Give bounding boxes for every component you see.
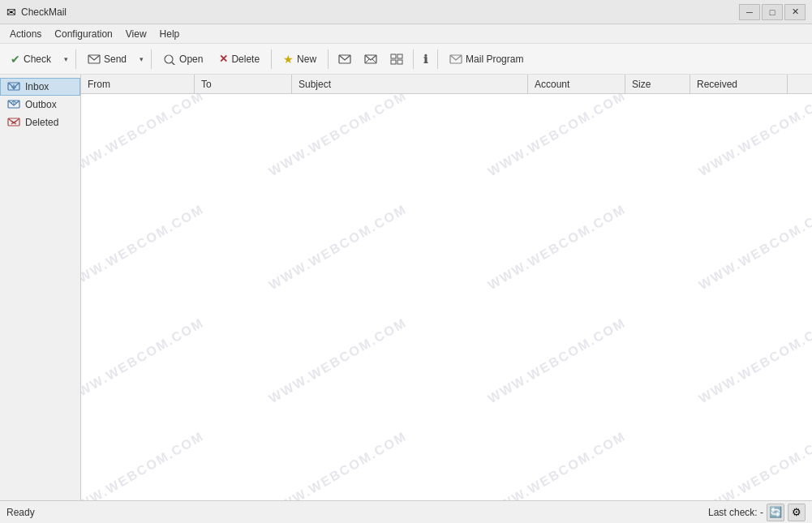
inbox-icon [7,81,20,92]
envelope-button-1[interactable] [333,47,357,71]
delete-icon: ✕ [219,53,228,65]
svg-rect-8 [397,54,402,58]
open-icon [163,54,176,65]
check-label: Check [24,54,51,65]
app-title: CheckMail [21,6,67,18]
send-label: Send [104,54,127,65]
svg-line-5 [365,59,369,63]
mail-program-label: Mail Program [466,54,523,65]
send-icon [88,54,101,65]
minimize-button[interactable]: ─ [739,4,760,20]
deleted-icon [7,117,20,128]
info-button[interactable]: ℹ [418,47,433,71]
inbox-label: Inbox [25,81,49,92]
grid-icon [390,54,403,65]
info-icon: ℹ [423,53,427,66]
svg-rect-9 [391,60,396,64]
svg-line-6 [372,59,376,63]
app-icon: ✉ [6,6,16,19]
refresh-button[interactable]: 🔄 [767,504,784,521]
svg-line-2 [172,62,175,65]
check-dropdown-button[interactable]: ▾ [60,47,71,71]
mail-program-icon [449,54,462,64]
mail-program-button[interactable]: Mail Program [442,47,531,71]
last-check-text: Last check: - [708,507,763,518]
svg-rect-10 [397,60,402,64]
watermark: WWW.WEBCOM.COMWWW.WEBCOM.COMWWW.WEBCOM.C… [81,94,812,500]
status-right: Last check: - 🔄 ⚙ [708,504,806,521]
separator-5 [413,49,414,69]
col-header-account[interactable]: Account [528,75,625,93]
col-header-received[interactable]: Received [690,75,788,93]
maximize-button[interactable]: □ [762,4,783,20]
main-layout: Inbox Outbox Deleted From To [0,75,812,500]
content-area: From To Subject Account Size Received WW… [81,75,812,500]
new-icon: ★ [283,53,294,66]
send-button[interactable]: Send [80,47,134,71]
svg-rect-7 [391,54,396,58]
refresh-icon: 🔄 [769,506,782,518]
menu-actions[interactable]: Actions [3,27,48,41]
separator-4 [328,49,329,69]
separator-1 [75,49,76,69]
check-button[interactable]: ✔ Check [3,47,58,71]
col-header-extra [788,75,812,93]
email-list: WWW.WEBCOM.COMWWW.WEBCOM.COMWWW.WEBCOM.C… [81,94,812,500]
open-label: Open [179,54,203,65]
outbox-icon [7,99,20,110]
check-icon: ✔ [11,53,20,66]
menu-view[interactable]: View [119,27,153,41]
settings-icon: ⚙ [792,506,801,518]
status-bar: Ready Last check: - 🔄 ⚙ [0,500,812,523]
close-button[interactable]: ✕ [784,4,806,20]
separator-6 [437,49,438,69]
status-text: Ready [6,507,35,518]
envelope-icon-1 [338,54,351,64]
title-bar-left: ✉ CheckMail [6,6,67,19]
sidebar-item-outbox[interactable]: Outbox [0,96,80,114]
title-bar: ✉ CheckMail ─ □ ✕ [0,0,812,24]
separator-3 [271,49,272,69]
menu-bar: Actions Configuration View Help [0,24,812,44]
col-header-from[interactable]: From [81,75,195,93]
outbox-label: Outbox [25,99,57,110]
settings-button[interactable]: ⚙ [788,504,806,521]
open-button[interactable]: Open [156,47,210,71]
menu-configuration[interactable]: Configuration [48,27,118,41]
title-bar-controls: ─ □ ✕ [739,4,806,20]
menu-help[interactable]: Help [153,27,187,41]
envelope-icon-2 [364,54,377,64]
sidebar-item-deleted[interactable]: Deleted [0,114,80,131]
deleted-label: Deleted [25,117,58,128]
delete-button[interactable]: ✕ Delete [212,47,267,71]
col-header-subject[interactable]: Subject [292,75,528,93]
svg-point-1 [165,55,173,63]
delete-label: Delete [231,54,260,65]
new-label: New [297,54,316,65]
col-header-to[interactable]: To [195,75,292,93]
new-button[interactable]: ★ New [276,47,324,71]
grid-button[interactable] [385,47,409,71]
sidebar-item-inbox[interactable]: Inbox [0,78,80,96]
table-header: From To Subject Account Size Received [81,75,812,94]
col-header-size[interactable]: Size [625,75,690,93]
sidebar: Inbox Outbox Deleted [0,75,81,500]
envelope-button-2[interactable] [359,47,383,71]
toolbar: ✔ Check ▾ Send ▾ Open ✕ Delete ★ New [0,44,812,75]
send-dropdown-button[interactable]: ▾ [135,47,147,71]
separator-2 [151,49,152,69]
